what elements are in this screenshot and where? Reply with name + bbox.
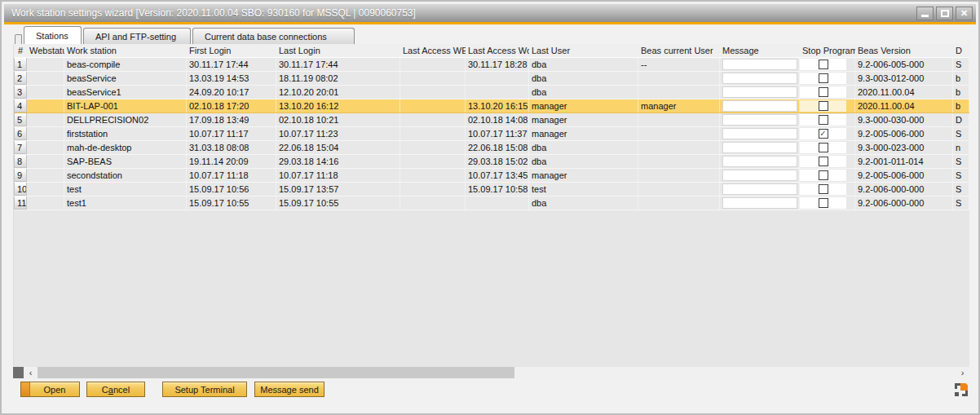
message-cell[interactable] xyxy=(720,127,800,140)
row-number-cell[interactable]: 10 xyxy=(14,183,27,196)
beas-current-user-cell[interactable] xyxy=(638,169,720,182)
first-login-cell[interactable]: 13.03.19 14:53 xyxy=(187,72,276,85)
row-number-cell[interactable]: 8 xyxy=(14,155,27,168)
work-station-cell[interactable]: mah-de-desktop xyxy=(64,141,187,154)
webstatus-cell[interactable] xyxy=(27,113,64,126)
row-number-cell[interactable]: 11 xyxy=(14,196,27,210)
first-login-cell[interactable]: 31.03.18 08:08 xyxy=(187,141,276,154)
table-row[interactable]: 8 SAP-BEAS 19.11.14 20:09 29.03.18 14:16… xyxy=(14,155,969,169)
work-station-cell[interactable]: test xyxy=(64,183,187,196)
col-header-last-login[interactable]: Last Login xyxy=(276,44,400,57)
work-station-cell[interactable]: firststation xyxy=(64,127,187,140)
last-access-web-cell[interactable] xyxy=(400,169,466,182)
last-login-cell[interactable]: 30.11.17 17:44 xyxy=(276,58,400,71)
setup-terminal-button[interactable]: Setup Terminal xyxy=(162,382,247,397)
last-user-cell[interactable]: manager xyxy=(529,99,638,113)
minimize-button[interactable] xyxy=(916,7,934,20)
col-header-webstatus[interactable]: Webstatus xyxy=(27,44,64,57)
col-header-d[interactable]: D xyxy=(953,44,969,57)
work-station-cell[interactable]: BIT-LAP-001 xyxy=(64,99,187,113)
beas-version-cell[interactable]: 9.2-006-005-000 xyxy=(855,58,953,71)
beas-version-cell[interactable]: 9.3-003-012-000 xyxy=(855,72,953,85)
message-input[interactable] xyxy=(722,114,797,126)
webstatus-cell[interactable] xyxy=(27,183,64,196)
stop-program-cell[interactable] xyxy=(800,99,855,113)
scrollbar-track[interactable] xyxy=(38,367,956,378)
beas-current-user-cell[interactable]: -- xyxy=(638,58,720,71)
work-station-cell[interactable]: beas-compile xyxy=(64,58,187,71)
last-access-work-cell[interactable]: 30.11.17 18:28 xyxy=(466,58,529,71)
last-access-work-cell[interactable]: 22.06.18 15:08 xyxy=(466,141,529,154)
work-station-cell[interactable]: SAP-BEAS xyxy=(64,155,187,168)
message-cell[interactable] xyxy=(720,169,800,182)
last-access-web-cell[interactable] xyxy=(400,141,466,154)
resize-form-icon[interactable] xyxy=(955,383,968,396)
beas-current-user-cell[interactable] xyxy=(638,196,720,210)
beas-current-user-cell[interactable] xyxy=(638,183,720,196)
last-login-cell[interactable]: 12.10.20 20:01 xyxy=(276,86,400,99)
first-login-cell[interactable]: 30.11.17 17:44 xyxy=(187,58,276,71)
col-header-stop-program[interactable]: Stop Program xyxy=(800,44,855,57)
last-login-cell[interactable]: 15.09.17 13:57 xyxy=(276,183,400,196)
beas-current-user-cell[interactable] xyxy=(638,155,720,168)
last-user-cell[interactable]: test xyxy=(529,183,638,196)
beas-version-cell[interactable]: 9.3-000-030-000 xyxy=(855,113,953,126)
last-user-cell[interactable]: dba xyxy=(529,58,638,71)
row-number-cell[interactable]: 3 xyxy=(14,86,27,99)
last-login-cell[interactable]: 29.03.18 14:16 xyxy=(276,155,400,168)
stop-program-cell[interactable] xyxy=(800,113,855,126)
col-header-work-station[interactable]: Work station xyxy=(64,44,187,57)
table-row[interactable]: 7 mah-de-desktop 31.03.18 08:08 22.06.18… xyxy=(14,141,969,155)
last-login-cell[interactable]: 15.09.17 10:55 xyxy=(276,196,400,210)
beas-current-user-cell[interactable]: manager xyxy=(638,99,720,113)
webstatus-cell[interactable] xyxy=(27,155,64,168)
tab-stations[interactable]: Stations xyxy=(24,26,82,44)
row-number-cell[interactable]: 4 xyxy=(14,99,27,113)
first-login-cell[interactable]: 15.09.17 10:55 xyxy=(187,196,276,210)
first-login-cell[interactable]: 17.09.18 13:49 xyxy=(187,113,276,126)
message-cell[interactable] xyxy=(720,99,800,113)
beas-version-cell[interactable]: 9.2-005-006-000 xyxy=(855,169,953,182)
row-number-cell[interactable]: 5 xyxy=(14,113,27,126)
last-user-cell[interactable]: manager xyxy=(529,169,638,182)
stop-program-cell[interactable] xyxy=(800,183,855,196)
open-button[interactable]: Open xyxy=(20,382,80,397)
d-cell[interactable]: S xyxy=(953,127,969,140)
table-row[interactable]: 10 test 15.09.17 10:56 15.09.17 13:57 15… xyxy=(14,183,969,196)
col-header-last-user[interactable]: Last User xyxy=(529,44,638,57)
work-station-cell[interactable]: DELLPRECISION02 xyxy=(64,113,187,126)
col-header-number[interactable]: # xyxy=(14,44,27,57)
table-row[interactable]: 6 firststation 10.07.17 11:17 10.07.17 1… xyxy=(14,127,969,141)
d-cell[interactable]: S xyxy=(953,196,969,210)
last-login-cell[interactable]: 10.07.17 11:18 xyxy=(276,169,400,182)
last-access-web-cell[interactable] xyxy=(400,86,466,99)
work-station-cell[interactable]: secondstation xyxy=(64,169,187,182)
beas-version-cell[interactable]: 2020.11.00.04 xyxy=(855,86,953,99)
message-input[interactable] xyxy=(722,100,797,112)
last-access-web-cell[interactable] xyxy=(400,183,466,196)
stop-program-cell[interactable] xyxy=(800,141,855,154)
title-bar[interactable]: Work station settings wizard [Version: 2… xyxy=(4,4,976,22)
message-input[interactable] xyxy=(722,197,797,209)
beas-version-cell[interactable]: 9.3-000-023-000 xyxy=(855,141,953,154)
work-station-cell[interactable]: test1 xyxy=(64,196,187,210)
last-access-work-cell[interactable]: 10.07.17 11:37 xyxy=(466,127,529,140)
d-cell[interactable]: D xyxy=(953,113,969,126)
message-cell[interactable] xyxy=(720,72,800,85)
beas-current-user-cell[interactable] xyxy=(638,141,720,154)
last-access-web-cell[interactable] xyxy=(400,99,466,113)
message-input[interactable] xyxy=(722,156,797,167)
last-user-cell[interactable]: dba xyxy=(529,196,638,210)
last-login-cell[interactable]: 10.07.17 11:23 xyxy=(276,127,400,140)
col-header-beas-version[interactable]: Beas Version xyxy=(855,44,953,57)
d-cell[interactable]: b xyxy=(953,99,969,113)
table-row[interactable]: 11 test1 15.09.17 10:55 15.09.17 10:55 d… xyxy=(14,196,969,210)
message-cell[interactable] xyxy=(720,113,800,126)
row-number-cell[interactable]: 6 xyxy=(14,127,27,140)
message-cell[interactable] xyxy=(720,141,800,154)
last-user-cell[interactable]: manager xyxy=(529,113,638,126)
first-login-cell[interactable]: 19.11.14 20:09 xyxy=(187,155,276,168)
scroll-left-button[interactable]: ‹ xyxy=(24,367,38,378)
table-row[interactable]: 3 beasService1 24.09.20 10:17 12.10.20 2… xyxy=(14,86,969,99)
beas-current-user-cell[interactable] xyxy=(638,86,720,99)
